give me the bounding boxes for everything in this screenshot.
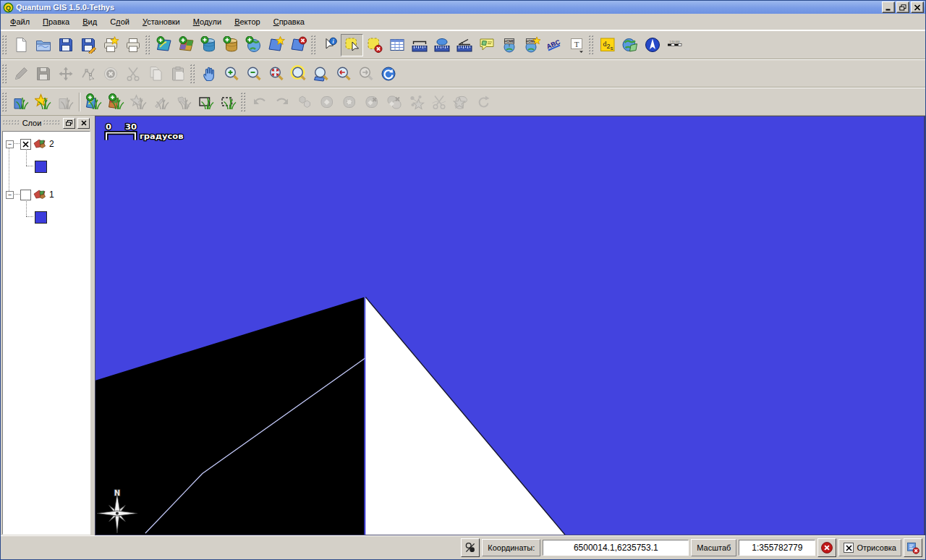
panel-grip[interactable]: [43, 120, 61, 126]
manage-layers-toolbar-handle[interactable]: [145, 35, 150, 54]
menu-файл[interactable]: Файл: [4, 15, 36, 29]
zoom-last-button[interactable]: [332, 62, 354, 85]
layers-panel-titlebar[interactable]: Слои: [2, 116, 90, 130]
attributes-toolbar-handle[interactable]: [311, 35, 316, 54]
minimize-button[interactable]: [882, 1, 895, 13]
measure-area-button[interactable]: [430, 34, 453, 56]
grass-edit-attributes-icon: [175, 93, 192, 111]
grass-add-raster-layer-button[interactable]: [105, 90, 127, 113]
move-feature-button: [54, 62, 77, 85]
pan-map-button[interactable]: [197, 62, 220, 85]
crs-status-button[interactable]: [904, 538, 922, 557]
map-navigation-toolbar-handle[interactable]: [190, 64, 195, 83]
zoom-to-selection-button[interactable]: [287, 62, 310, 85]
text-annotation-button[interactable]: T: [565, 34, 587, 56]
grass-edit-region-button[interactable]: [217, 90, 239, 113]
grass-new-mapset-button[interactable]: [32, 90, 54, 113]
grass-open-mapset-button[interactable]: [9, 90, 32, 113]
layer-1-checkbox[interactable]: [20, 190, 31, 200]
digitizing-toolbar-handle[interactable]: [2, 64, 7, 83]
stop-rendering-button[interactable]: [817, 538, 836, 557]
paste-features-button: [166, 62, 189, 85]
layer-1-symbol-swatch[interactable]: [35, 211, 47, 224]
labeling-button[interactable]: ABC: [543, 34, 565, 56]
remove-layer-button[interactable]: [287, 34, 310, 56]
render-checkbox[interactable]: [844, 543, 854, 553]
menu-вектор[interactable]: Вектор: [228, 15, 267, 29]
save-project-as-button[interactable]: [77, 34, 99, 56]
tree-connector: [26, 200, 27, 216]
open-project-button[interactable]: [32, 34, 54, 56]
dxf2shp-converter-button[interactable]: d2s: [596, 34, 619, 56]
plugins-toolbar-handle[interactable]: [589, 35, 594, 54]
save-project-button[interactable]: [54, 34, 77, 56]
refresh-map-button[interactable]: [377, 62, 399, 85]
svg-text:s: s: [610, 45, 613, 51]
add-vector-layer-button[interactable]: [153, 34, 175, 56]
layer-2-label[interactable]: 2: [49, 139, 54, 149]
add-spatialite-layer-button[interactable]: [220, 34, 242, 56]
layer-1-expander[interactable]: −: [6, 191, 14, 199]
menu-модули[interactable]: Модули: [187, 15, 228, 29]
panel-close-button[interactable]: [77, 118, 90, 129]
zoom-to-layer-button[interactable]: [310, 62, 332, 85]
measure-line-button[interactable]: [408, 34, 430, 56]
map-tips-button[interactable]: [475, 34, 498, 56]
zoom-in-button[interactable]: [220, 62, 242, 85]
deselect-features-button[interactable]: [363, 34, 386, 56]
add-postgis-layer-button[interactable]: [197, 34, 220, 56]
layer-2-expander[interactable]: −: [6, 140, 14, 148]
scale-bar-end-label: 30: [125, 122, 137, 132]
measure-angle-button[interactable]: [453, 34, 475, 56]
rotate-point-symbols-button: [472, 90, 495, 113]
menu-установки[interactable]: Установки: [136, 15, 187, 29]
print-composer-button[interactable]: [122, 34, 144, 56]
new-shapefile-layer-button[interactable]: [265, 34, 287, 56]
ogr-layer-converter-icon: [621, 36, 639, 54]
new-print-composer-button[interactable]: [99, 34, 122, 56]
render-toggle[interactable]: Отрисовка: [838, 539, 901, 556]
layer-2-symbol-swatch[interactable]: [35, 161, 47, 173]
new-project-button[interactable]: [9, 34, 32, 56]
grass-edit-button: [150, 90, 172, 113]
show-bookmarks-button[interactable]: HOME: [498, 34, 520, 56]
svg-text:Q: Q: [6, 4, 11, 11]
zoom-out-button[interactable]: [242, 62, 265, 85]
title-bar[interactable]: Q Quantum GIS 1.5.0-Tethys: [1, 1, 925, 14]
layer-tree[interactable]: − 2 − 1: [2, 131, 90, 535]
grass-display-region-button[interactable]: [195, 90, 217, 113]
north-arrow-button[interactable]: [641, 34, 663, 56]
scale-field[interactable]: [739, 540, 815, 556]
delete-ring-button: [360, 90, 383, 113]
coordinates-field[interactable]: [543, 540, 689, 556]
identify-features-button[interactable]: i: [318, 34, 341, 56]
layer-2-checkbox[interactable]: [20, 139, 31, 150]
panel-float-button[interactable]: [63, 118, 75, 129]
scale-bar-button[interactable]: 1:50 000: [663, 34, 686, 56]
add-raster-layer-button[interactable]: [175, 34, 197, 56]
menu-слой[interactable]: Слой: [103, 15, 136, 29]
advanced-digitizing-toolbar-handle[interactable]: [241, 93, 246, 111]
render-label: Отрисовка: [857, 543, 896, 552]
grass-toolbar-handle[interactable]: [2, 93, 7, 111]
select-features-button[interactable]: [341, 34, 363, 56]
restore-button[interactable]: [896, 1, 909, 13]
menu-правка[interactable]: Правка: [36, 15, 76, 29]
menu-вид[interactable]: Вид: [76, 15, 103, 29]
ogr-layer-converter-button[interactable]: [619, 34, 641, 56]
add-wms-layer-button[interactable]: [242, 34, 265, 56]
new-bookmark-button[interactable]: HOME: [520, 34, 543, 56]
zoom-full-button[interactable]: [265, 62, 287, 85]
open-attribute-table-button[interactable]: [386, 34, 408, 56]
file-toolbar-handle[interactable]: [2, 35, 7, 54]
show-bookmarks-icon: HOME: [501, 36, 518, 54]
map-canvas[interactable]: 0 30 градусов N: [95, 116, 925, 535]
layers-panel-title: Слои: [22, 119, 42, 127]
menu-справка[interactable]: Справка: [267, 15, 311, 29]
close-button[interactable]: [911, 1, 924, 13]
grass-add-vector-layer-button[interactable]: [82, 90, 105, 113]
panel-grip[interactable]: [3, 120, 20, 126]
layer-1-label[interactable]: 1: [49, 190, 54, 200]
mouse-position-toggle-button[interactable]: [461, 538, 480, 557]
toolbar-row-2: [1, 59, 925, 88]
